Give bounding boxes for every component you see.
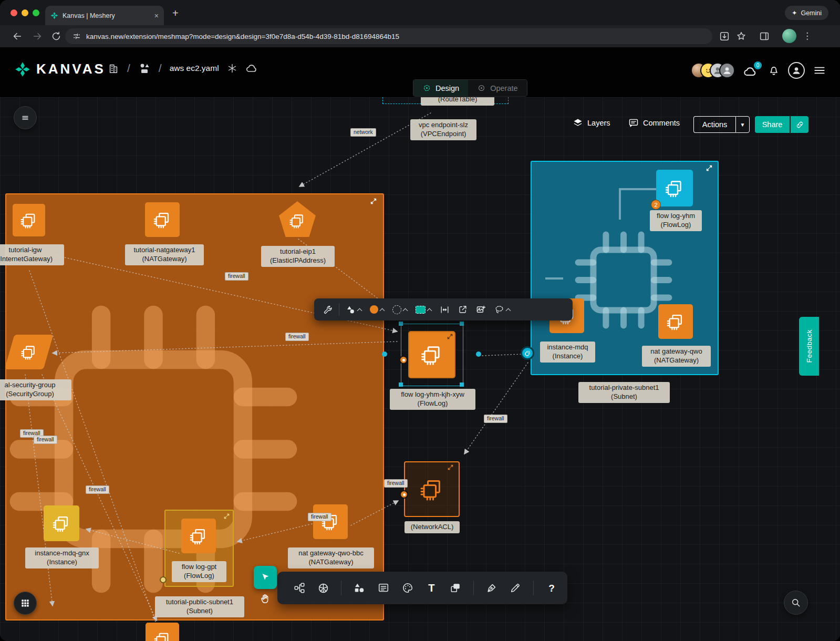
connection-handle[interactable] (476, 351, 481, 357)
selection-handle[interactable] (399, 382, 403, 387)
resize-text-tool[interactable] (435, 298, 454, 320)
expand-icon[interactable] (370, 198, 377, 204)
selection-handle[interactable] (460, 322, 464, 326)
subnet-connection-point[interactable] (521, 346, 534, 360)
notes-tool[interactable] (377, 581, 390, 595)
screenshot-tool[interactable] (472, 298, 490, 320)
share-button[interactable]: Share (755, 116, 790, 133)
chevron-up-icon[interactable] (427, 308, 432, 313)
node-instance-gnx[interactable] (44, 505, 79, 541)
palette-tool[interactable] (401, 581, 414, 595)
pan-tool-button[interactable] (256, 591, 275, 607)
chip-icon (189, 526, 209, 546)
configure-tool[interactable] (318, 298, 337, 320)
browser-tab[interactable]: Kanvas | Meshery × (45, 6, 164, 25)
relationship-badge[interactable] (399, 356, 408, 364)
chevron-up-icon[interactable] (357, 308, 362, 313)
layers-button[interactable]: Layers (573, 118, 610, 128)
design-canvas[interactable]: (RouteTable) vpc endpoint-slz (VPCEndpoi… (0, 97, 840, 641)
connection-handle[interactable] (382, 351, 387, 357)
select-tool-button[interactable] (254, 566, 277, 589)
apps-grid-button[interactable] (14, 592, 37, 615)
kanvas-logo[interactable]: KANVAS (15, 61, 106, 77)
edge-label-firewall: firewall (34, 436, 57, 444)
organization-icon[interactable] (108, 63, 119, 74)
expand-icon[interactable] (448, 464, 453, 470)
badge-dot (403, 493, 406, 496)
group-port-badge[interactable] (160, 576, 167, 583)
expand-icon[interactable] (224, 513, 230, 519)
node-partial-bottom[interactable] (146, 623, 179, 641)
shapes-tool[interactable] (341, 298, 366, 320)
selection-handle[interactable] (460, 382, 464, 387)
canvas-menu-button[interactable] (14, 106, 37, 129)
feedback-tab[interactable]: Feedback (799, 317, 819, 376)
design-file-name[interactable]: aws ec2.yaml (170, 64, 219, 73)
open-in-new-tool[interactable] (454, 298, 472, 320)
kubernetes-tool[interactable] (317, 581, 330, 595)
tune-icon[interactable] (72, 32, 81, 40)
selection-handle[interactable] (399, 322, 403, 326)
edge-label-firewall: firewall (384, 479, 408, 488)
tab-design[interactable]: Design (413, 80, 468, 96)
lasso-tool[interactable] (490, 298, 514, 320)
node-natgateway-qwo[interactable] (658, 304, 693, 339)
node-natgateway-bbc[interactable] (313, 504, 348, 539)
tab-bar: Kanvas | Meshery × + ✦ Gemini (0, 0, 840, 25)
gemini-badge[interactable]: ✦ Gemini (785, 6, 828, 20)
chevron-up-icon[interactable] (380, 308, 385, 313)
back-icon[interactable] (12, 30, 23, 42)
text-tool[interactable]: T (426, 581, 438, 595)
help-tool[interactable]: ? (545, 581, 558, 595)
node-flowlog-gpt[interactable] (181, 519, 216, 553)
tab-close-icon[interactable]: × (154, 12, 159, 19)
node-label-flowlog-yhm: flow log-yhm (FlowLog) (650, 210, 702, 231)
save-icon[interactable] (719, 30, 730, 42)
address-bar[interactable]: kanvas.new/extension/meshmap?mode=design… (65, 28, 712, 44)
zoom-button[interactable] (784, 591, 808, 615)
new-tab-button[interactable]: + (172, 8, 179, 18)
reload-icon[interactable] (50, 30, 62, 42)
relationships-tool[interactable] (293, 581, 306, 595)
menu-icon[interactable] (813, 64, 826, 77)
circle-node-tool[interactable] (366, 298, 388, 320)
tools-dock: T ? (277, 572, 567, 604)
shapes-dock-tool[interactable] (353, 581, 366, 595)
browser-panel-icon[interactable] (759, 30, 770, 42)
forward-icon[interactable] (32, 30, 43, 42)
node-flowlog-yhm[interactable] (656, 170, 693, 206)
share-link-button[interactable] (791, 116, 808, 133)
comments-button[interactable]: Comments (628, 118, 680, 128)
tab-operate[interactable]: Operate (468, 80, 526, 96)
expand-icon[interactable] (706, 165, 712, 171)
cloud-status-button[interactable]: 0 (743, 63, 760, 78)
expand-icon[interactable] (447, 334, 453, 339)
node-natgateway1[interactable] (145, 202, 180, 237)
traffic-close-button[interactable] (11, 9, 17, 16)
user-profile-button[interactable] (788, 62, 805, 79)
browser-menu-icon[interactable]: ⋮ (803, 30, 812, 43)
notifications-bell-icon[interactable] (768, 64, 780, 77)
rectangle-node-tool[interactable] (411, 298, 435, 320)
traffic-zoom-button[interactable] (33, 9, 39, 16)
breadcrumb: / / aws ec2.yaml (108, 62, 258, 75)
traffic-minimize-button[interactable] (22, 9, 28, 16)
actions-dropdown-button[interactable]: ▼ (735, 116, 750, 133)
chevron-up-icon[interactable] (506, 308, 511, 313)
grid-icon (20, 598, 30, 608)
bookmark-star-icon[interactable] (735, 30, 747, 42)
actions-button[interactable]: Actions (693, 116, 735, 133)
pen-tool[interactable] (485, 581, 498, 595)
chevron-up-icon[interactable] (403, 308, 408, 313)
snowflake-icon[interactable] (227, 63, 237, 74)
dashed-selection-tool[interactable] (388, 298, 411, 320)
relationship-badge[interactable] (400, 490, 408, 499)
collaborator-avatar[interactable] (719, 63, 735, 78)
chip-icon (288, 212, 306, 230)
browser-profile-avatar[interactable] (782, 29, 796, 43)
node-internet-gateway[interactable] (13, 204, 45, 236)
pencil-tool[interactable] (510, 581, 522, 595)
workspace-icon[interactable] (138, 62, 151, 75)
container-tool[interactable] (449, 581, 462, 595)
cloud-sync-icon[interactable] (245, 62, 258, 75)
